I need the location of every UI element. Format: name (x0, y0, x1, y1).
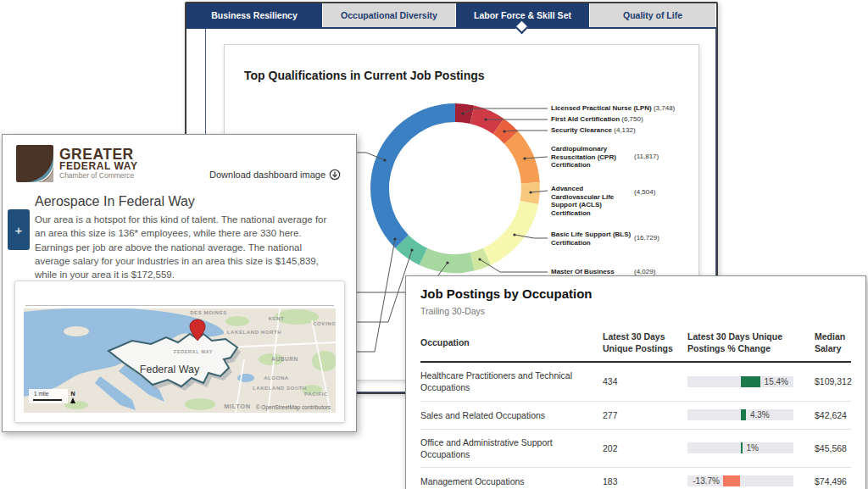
qualifications-title: Top Qualifications in Current Job Postin… (244, 69, 485, 82)
change-bar-track: 1% (687, 442, 793, 453)
change-label: 1% (747, 442, 759, 453)
tab-label: Labor Force & Skill Set (474, 10, 571, 20)
postings-cell: 277 (603, 410, 687, 420)
change-bar (741, 442, 743, 453)
job-postings-header: OccupationLatest 30 Days Unique Postings… (420, 328, 851, 363)
tab-business-resiliency[interactable]: Business Resiliency (186, 3, 323, 27)
postings-cell: 202 (603, 443, 687, 453)
tab-quality-of-life[interactable]: Quality of Life (590, 3, 716, 27)
change-label: 4.3% (750, 409, 770, 420)
logo-line1: GREATER (59, 147, 138, 161)
map-city-label: LAKELAND SOUTH (253, 386, 307, 391)
salary-cell: $74,496 (815, 476, 851, 486)
federal-way-map[interactable]: DES MOINESKENTCOVINGTONLAKELAND NORTHAUB… (24, 308, 336, 413)
change-bar (741, 376, 760, 387)
map-city-label: MILTON (224, 403, 251, 410)
download-label: Download dashboard image (209, 169, 326, 180)
tab-label: Occupational Diversity (341, 10, 437, 20)
tab-occupational-diversity[interactable]: Occupational Diversity (323, 3, 456, 27)
tab-label: Quality of Life (623, 10, 682, 20)
logo-line2: FEDERAL WAY (59, 161, 138, 171)
map-city-label: FEDERAL WAY (174, 349, 213, 354)
chamber-logo-icon (16, 145, 53, 182)
download-icon (329, 169, 341, 181)
map-divider (25, 305, 334, 306)
table-row[interactable]: Office and Administrative Support Occupa… (420, 429, 851, 467)
table-row[interactable]: Management Occupations183-13.7%$74,496 (420, 467, 851, 489)
occupation-cell: Healthcare Practitioners and Technical O… (420, 370, 603, 393)
map-city-label: COVINGTON (313, 321, 336, 326)
occupation-cell: Office and Administrative Support Occupa… (420, 436, 603, 460)
download-dashboard-link[interactable]: Download dashboard image (209, 169, 341, 181)
salary-cell: $109,312 (815, 376, 852, 386)
postings-cell: 434 (603, 376, 687, 386)
change-label: -13.7% (687, 475, 720, 486)
map-card: DES MOINESKENTCOVINGTONLAKELAND NORTHAUB… (14, 281, 345, 423)
svg-text:N: N (70, 391, 75, 397)
map-city-label: AUBURN (271, 356, 298, 362)
change-bar-track: -13.7% (687, 475, 793, 486)
map-city-label: ALGONA (264, 375, 289, 381)
chamber-logo: GREATER FEDERAL WAY Chamber of Commerce (16, 145, 138, 182)
logo-line3: Chamber of Commerce (59, 171, 138, 180)
map-attribution: © OpenStreetMap contributors (256, 404, 331, 411)
change-label: 15.4% (765, 376, 788, 387)
salary-cell: $42,624 (815, 410, 851, 420)
aerospace-heading: Aerospace In Federal Way (35, 194, 195, 209)
table-row[interactable]: Healthcare Practitioners and Technical O… (420, 363, 851, 400)
column-header: Latest 30 Days Unique Postings % Change (687, 331, 815, 354)
salary-cell: $45,568 (815, 443, 851, 453)
change-bar-track: 15.4% (687, 376, 793, 387)
svg-text:1 mile: 1 mile (34, 391, 49, 397)
change-bar (741, 409, 746, 420)
map-city-label: LAKELAND NORTH (227, 330, 281, 335)
job-postings-card: Job Postings by Occupation Trailing 30-D… (405, 275, 866, 489)
occupation-cell: Sales and Related Occupations (420, 409, 603, 421)
job-postings-title: Job Postings by Occupation (420, 286, 851, 301)
map-region-label: Federal Way (140, 364, 200, 375)
tab-label: Business Resiliency (211, 10, 298, 20)
tab-bar: Business ResiliencyOccupational Diversit… (186, 3, 716, 27)
map-city-label: KENT (269, 316, 285, 321)
aerospace-card: GREATER FEDERAL WAY Chamber of Commerce … (2, 134, 357, 432)
postings-cell: 183 (603, 476, 687, 486)
occupation-cell: Management Occupations (420, 475, 603, 487)
map-scale: 1 mile (29, 389, 68, 403)
column-header: Occupation (420, 337, 603, 349)
column-header: Median Salary (815, 331, 851, 354)
change-bar (723, 475, 741, 486)
expand-button[interactable]: + (8, 209, 30, 250)
map-city-label: PACIFIC (304, 392, 328, 397)
table-row[interactable]: Sales and Related Occupations2774.3%$42,… (420, 401, 851, 429)
map-city-label: DES MOINES (190, 310, 227, 315)
job-postings-subtitle: Trailing 30-Days (420, 306, 851, 316)
change-bar-track: 4.3% (687, 409, 793, 420)
column-header: Latest 30 Days Unique Postings (603, 331, 687, 354)
aerospace-body: Our area is a hotspot for this kind of t… (35, 213, 335, 282)
